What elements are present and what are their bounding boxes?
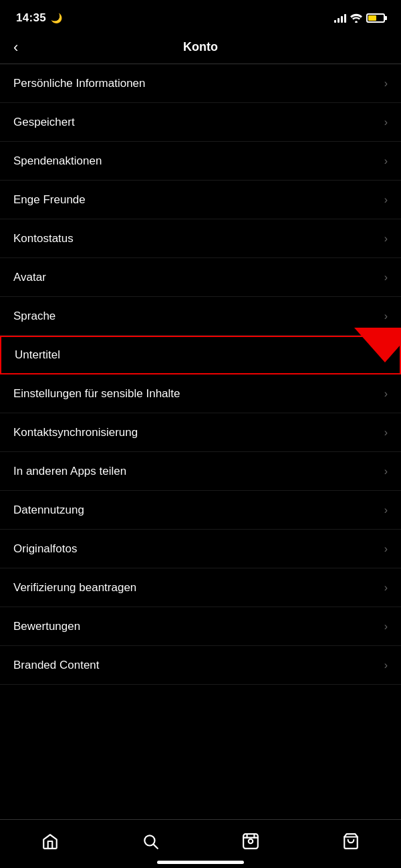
menu-item-sensitive-content[interactable]: Einstellungen für sensible Inhalte› (0, 374, 401, 413)
home-icon (41, 832, 59, 851)
chevron-right-icon: › (384, 504, 388, 516)
reels-icon (241, 832, 260, 851)
menu-item-label-contact-sync: Kontaktsynchronisierung (13, 426, 138, 439)
menu-item-ratings[interactable]: Bewertungen› (0, 607, 401, 646)
signal-icon (334, 13, 346, 23)
chevron-right-icon: › (384, 621, 388, 633)
chevron-right-icon: › (384, 388, 388, 400)
svg-rect-3 (243, 834, 258, 849)
chevron-right-icon: › (384, 78, 388, 90)
menu-item-saved[interactable]: Gespeichert› (0, 103, 401, 142)
status-bar: 14:35 🌙 (0, 0, 401, 33)
menu-item-close-friends[interactable]: Enge Freunde› (0, 181, 401, 219)
menu-item-label-share-apps: In anderen Apps teilen (13, 465, 126, 478)
chevron-right-icon: › (384, 465, 388, 477)
moon-icon: 🌙 (51, 13, 62, 23)
status-time: 14:35 (16, 11, 46, 25)
menu-item-label-saved: Gespeichert (13, 116, 75, 129)
svg-point-4 (249, 839, 253, 844)
nav-search[interactable] (128, 828, 173, 855)
nav-home[interactable] (27, 828, 73, 855)
chevron-right-icon: › (384, 310, 388, 322)
menu-item-label-personal-info: Persönliche Informationen (13, 77, 146, 90)
menu-item-contact-sync[interactable]: Kontaktsynchronisierung› (0, 413, 401, 452)
chevron-right-icon: › (384, 272, 388, 284)
menu-item-label-sensitive-content: Einstellungen für sensible Inhalte (13, 387, 180, 401)
shop-icon (342, 832, 360, 851)
menu-item-branded-content[interactable]: Branded Content› (0, 646, 401, 685)
menu-item-label-original-photos: Originalfotos (13, 542, 77, 556)
page-title: Konto (183, 40, 218, 54)
menu-item-account-status[interactable]: Kontostatus› (0, 219, 401, 258)
chevron-right-icon: › (384, 543, 388, 555)
chevron-right-icon: › (384, 582, 388, 594)
chevron-right-icon: › (384, 427, 388, 439)
search-icon (141, 832, 160, 851)
menu-item-share-apps[interactable]: In anderen Apps teilen› (0, 452, 401, 491)
menu-item-subtitles[interactable]: Untertitel› (0, 336, 401, 374)
menu-item-label-donations: Spendenaktionen (13, 154, 102, 168)
menu-item-label-ratings: Bewertungen (13, 620, 80, 633)
home-indicator (157, 861, 244, 864)
menu-item-label-avatar: Avatar (13, 271, 46, 284)
chevron-right-icon: › (384, 194, 388, 206)
menu-item-label-data-usage: Datennutzung (13, 504, 84, 517)
menu-item-avatar[interactable]: Avatar› (0, 258, 401, 297)
menu-item-original-photos[interactable]: Originalfotos› (0, 530, 401, 568)
menu-item-verification[interactable]: Verifizierung beantragen› (0, 568, 401, 607)
menu-item-label-account-status: Kontostatus (13, 232, 74, 245)
back-button[interactable]: ‹ (13, 39, 18, 56)
chevron-right-icon: › (384, 155, 388, 167)
menu-item-donations[interactable]: Spendenaktionen› (0, 142, 401, 181)
svg-line-2 (154, 845, 158, 849)
nav-reels[interactable] (228, 828, 273, 855)
menu-item-language[interactable]: Sprache› (0, 297, 401, 336)
header: ‹ Konto (0, 33, 401, 64)
svg-point-0 (355, 21, 358, 23)
menu-item-data-usage[interactable]: Datennutzung› (0, 491, 401, 530)
menu-item-personal-info[interactable]: Persönliche Informationen› (0, 64, 401, 103)
wifi-icon (350, 13, 362, 23)
battery-icon (366, 13, 385, 23)
menu-item-label-close-friends: Enge Freunde (13, 193, 86, 207)
chevron-right-icon: › (384, 659, 388, 671)
menu-item-label-subtitles: Untertitel (15, 348, 60, 362)
status-icons (334, 13, 385, 23)
menu-item-label-verification: Verifizierung beantragen (13, 581, 136, 594)
menu-list: Persönliche Informationen›Gespeichert›Sp… (0, 64, 401, 685)
menu-item-label-branded-content: Branded Content (13, 659, 100, 672)
menu-item-label-language: Sprache (13, 310, 55, 323)
chevron-right-icon: › (384, 233, 388, 245)
chevron-right-icon: › (384, 116, 388, 128)
nav-shop[interactable] (328, 828, 374, 855)
